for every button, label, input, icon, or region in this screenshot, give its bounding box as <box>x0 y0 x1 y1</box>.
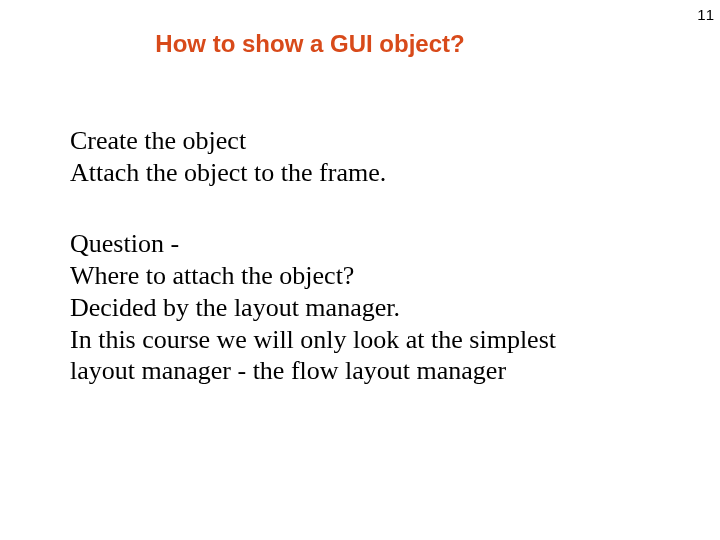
text-line: Attach the object to the frame. <box>70 157 670 189</box>
text-line: In this course we will only look at the … <box>70 324 670 356</box>
page-number: 11 <box>697 6 714 23</box>
text-line: Question - <box>70 228 670 260</box>
slide-content: Create the object Attach the object to t… <box>70 125 670 387</box>
content-block-1: Create the object Attach the object to t… <box>70 125 670 188</box>
slide-title-wrapper: How to show a GUI object? <box>0 30 720 58</box>
text-line: layout manager - the flow layout manager <box>70 355 670 387</box>
text-line: Where to attach the object? <box>70 260 670 292</box>
text-line: Create the object <box>70 125 670 157</box>
content-block-2: Question - Where to attach the object? D… <box>70 228 670 387</box>
slide-title: How to show a GUI object? <box>155 30 464 58</box>
text-line: Decided by the layout manager. <box>70 292 670 324</box>
